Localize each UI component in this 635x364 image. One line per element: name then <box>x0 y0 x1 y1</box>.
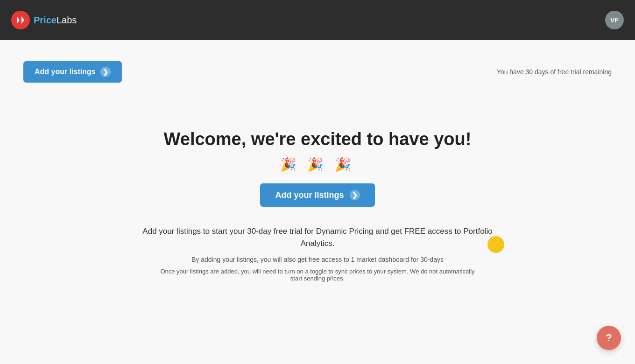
description-note: Once your listings are added, you will n… <box>154 268 481 282</box>
help-icon: ? <box>606 332 612 344</box>
trial-remaining-text: You have 30 days of free trial remaining <box>497 68 612 76</box>
add-listings-button-top[interactable]: Add your listings ❯ <box>23 61 122 83</box>
center-arrow-icon: ❯ <box>350 190 360 200</box>
user-avatar[interactable]: VF <box>605 11 624 29</box>
svg-marker-0 <box>17 16 20 24</box>
add-listings-button-center[interactable]: Add your listings ❯ <box>260 183 374 207</box>
description-sub: By adding your listings, you will also g… <box>191 256 444 263</box>
logo: PriceLabs <box>11 11 77 29</box>
logo-icon <box>11 11 30 29</box>
top-bar: Add your listings ❯ You have 30 days of … <box>0 40 635 92</box>
help-button[interactable]: ? <box>597 326 621 350</box>
welcome-title: Welcome, we're excited to have you! <box>164 129 472 149</box>
arrow-icon: ❯ <box>100 67 111 77</box>
logo-text: PriceLabs <box>34 15 77 26</box>
yellow-circle-decoration <box>487 236 504 253</box>
welcome-section: Welcome, we're excited to have you! 🎉 🎉 … <box>0 129 635 282</box>
main-content: Add your listings ❯ You have 30 days of … <box>0 40 635 364</box>
party-emojis: 🎉 🎉 🎉 <box>280 157 355 172</box>
svg-marker-1 <box>21 16 24 24</box>
header: PriceLabs VF <box>0 0 635 40</box>
description-main: Add your listings to start your 30-day f… <box>131 225 504 249</box>
